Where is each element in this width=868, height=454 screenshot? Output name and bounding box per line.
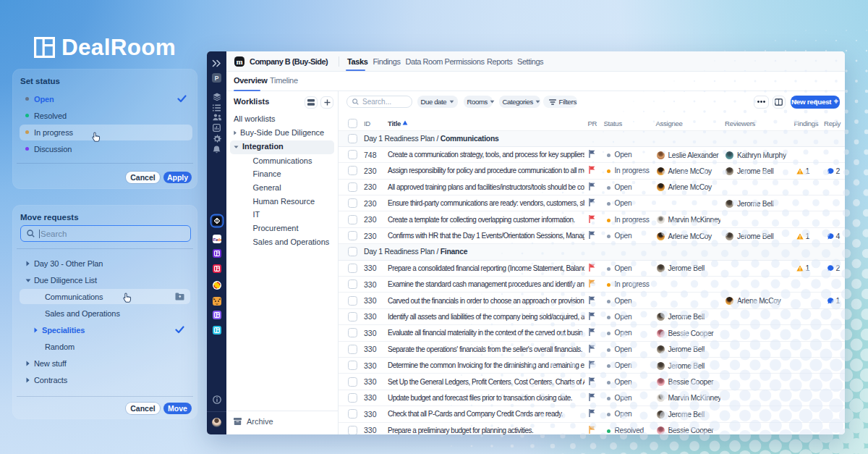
svg-text:dx: dx [217, 237, 221, 242]
